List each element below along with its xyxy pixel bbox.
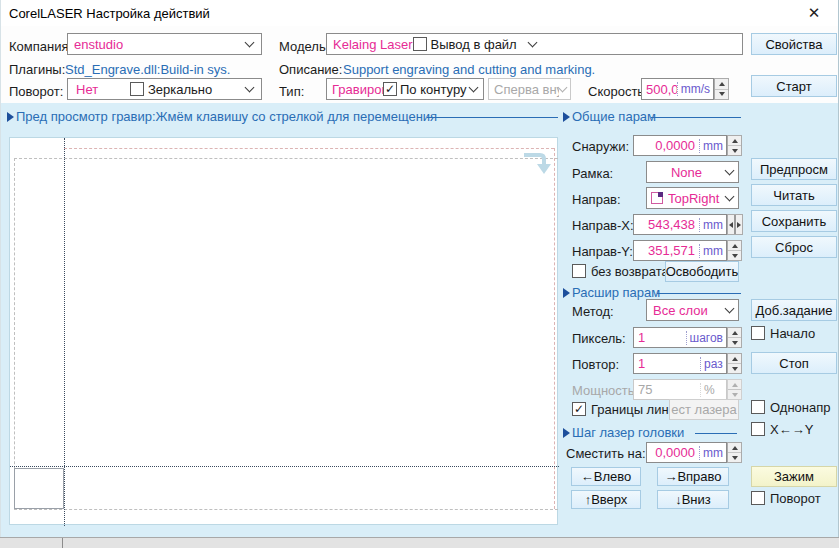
move-left-button[interactable]: ←Влево [571, 467, 641, 486]
group-line [657, 293, 741, 294]
start-button[interactable]: Старт [751, 75, 837, 97]
release-button[interactable]: Освободить [665, 261, 739, 282]
frame-combobox[interactable]: None [646, 161, 739, 183]
move-up-button[interactable]: ↑Вверх [571, 490, 641, 509]
speed-stepper[interactable] [714, 78, 729, 100]
add-task-button[interactable]: Доб.задание [751, 299, 837, 321]
window-title: CorelLASER Настройка действий [9, 6, 210, 21]
stop-button[interactable]: Стоп [751, 352, 837, 374]
spinner-up-icon[interactable] [732, 446, 738, 450]
dir-y-unit: mm [699, 244, 726, 258]
description-value: Support engraving and cutting and markin… [343, 62, 595, 77]
preview-guide-line [14, 509, 558, 510]
dir-x-unit: mm [699, 218, 726, 232]
mirror-label: Зеркально [148, 82, 212, 97]
read-button[interactable]: Читать [751, 184, 837, 206]
chevron-down-icon[interactable] [245, 37, 255, 47]
begin-checkbox[interactable] [751, 326, 765, 340]
direction-combobox[interactable]: TopRight [646, 187, 739, 209]
frame-value: None [647, 165, 726, 180]
method-combobox[interactable]: Все слои [646, 299, 739, 321]
shift-label: Сместить на: [566, 446, 646, 461]
no-return-checkbox[interactable] [572, 264, 586, 278]
unidirectional-checkbox[interactable] [751, 400, 765, 414]
preview-canvas[interactable] [9, 137, 558, 525]
rotate-label: Поворот: [9, 84, 63, 99]
type-combobox[interactable]: Гравиров ✓ По контуру [326, 78, 484, 100]
properties-button[interactable]: Свойства [751, 33, 837, 55]
dir-x-stepper[interactable] [727, 214, 743, 235]
close-icon[interactable]: ✕ [802, 3, 826, 23]
dir-y-input[interactable]: 351,571 mm [633, 240, 727, 261]
chevron-down-icon[interactable] [725, 303, 735, 313]
begin-label: Начало [770, 326, 815, 341]
spinner-left-icon[interactable] [729, 222, 733, 228]
power-label: Мощность: [572, 383, 638, 398]
power-unit: % [700, 383, 726, 397]
outside-stepper[interactable] [727, 135, 742, 156]
spinner-right-icon[interactable] [737, 222, 741, 228]
clamp-button[interactable]: Зажим [751, 466, 837, 487]
repeat-input[interactable]: 1 раз [633, 353, 727, 374]
chevron-down-icon[interactable] [527, 37, 537, 47]
model-input[interactable]: Kelaing Laser Вывод в файл [326, 33, 743, 55]
preview-button[interactable]: Предпросм [751, 158, 837, 180]
rotate-combobox[interactable]: Нет Зеркально [67, 78, 262, 100]
xy-swap-checkbox[interactable] [751, 422, 765, 436]
pixel-label: Пиксель: [572, 331, 626, 346]
power-input: 75 % [633, 379, 727, 400]
reset-button[interactable]: Сброс [751, 236, 837, 258]
line-bounds-checkbox[interactable]: ✓ [572, 402, 586, 416]
company-label: Компания: [9, 39, 72, 54]
group-line [695, 433, 737, 434]
dialog: CorelLASER Настройка действий ✕ Компания… [0, 0, 839, 537]
spinner-up-icon [732, 383, 738, 387]
outside-unit: mm [699, 139, 726, 153]
shift-stepper[interactable] [727, 442, 742, 463]
rotate-head-checkbox[interactable] [751, 491, 765, 505]
spinner-down-icon[interactable] [732, 149, 738, 153]
chevron-down-icon[interactable] [245, 82, 255, 92]
chevron-down-icon[interactable] [469, 82, 479, 92]
dir-y-stepper[interactable] [727, 240, 742, 261]
unidirectional-label: Однонапр [770, 400, 831, 415]
move-down-button[interactable]: ↓Вниз [657, 490, 729, 509]
move-right-button[interactable]: →Вправо [657, 467, 729, 486]
spinner-down-icon[interactable] [732, 341, 738, 345]
spinner-up-icon[interactable] [732, 357, 738, 361]
speed-input[interactable]: 500,0 mm/s [641, 78, 714, 100]
xy-swap-label: X←→Y [770, 422, 813, 437]
output-to-file-checkbox[interactable] [413, 37, 427, 51]
spinner-up-icon[interactable] [732, 331, 738, 335]
chevron-down-icon[interactable] [725, 191, 735, 201]
company-value: enstudio [68, 37, 123, 52]
spinner-down-icon[interactable] [719, 92, 725, 96]
dir-y-value: 351,571 [634, 243, 699, 258]
speed-unit: mm/s [677, 82, 713, 96]
topright-icon [651, 192, 663, 204]
dir-x-input[interactable]: 543,438 mm [633, 214, 727, 235]
spinner-up-icon[interactable] [719, 82, 725, 86]
spinner-down-icon[interactable] [732, 367, 738, 371]
pixel-unit: шагов [686, 331, 726, 345]
repeat-stepper[interactable] [727, 353, 742, 374]
save-button[interactable]: Сохранить [751, 210, 837, 232]
power-value: 75 [634, 382, 700, 397]
spinner-up-icon[interactable] [732, 244, 738, 248]
pixel-input[interactable]: 1 шагов [633, 327, 727, 348]
spinner-down-icon[interactable] [732, 456, 738, 460]
chevron-down-icon[interactable] [725, 165, 735, 175]
corner-arrow-icon [522, 151, 554, 177]
pixel-stepper[interactable] [727, 327, 742, 348]
direction-label: Направ: [572, 192, 621, 207]
mirror-checkbox[interactable] [130, 82, 144, 96]
shift-input[interactable]: 0,0000 mm [646, 442, 727, 463]
dir-x-value: 543,438 [634, 217, 699, 232]
spinner-up-icon[interactable] [732, 139, 738, 143]
company-combobox[interactable]: enstudio [67, 33, 262, 55]
step-group-header: Шаг лазер головки [572, 425, 684, 440]
chevron-down-icon [558, 82, 568, 92]
spinner-down-icon[interactable] [732, 254, 738, 258]
contour-checkbox[interactable]: ✓ [383, 82, 397, 96]
outside-input[interactable]: 0,0000 mm [633, 135, 727, 156]
